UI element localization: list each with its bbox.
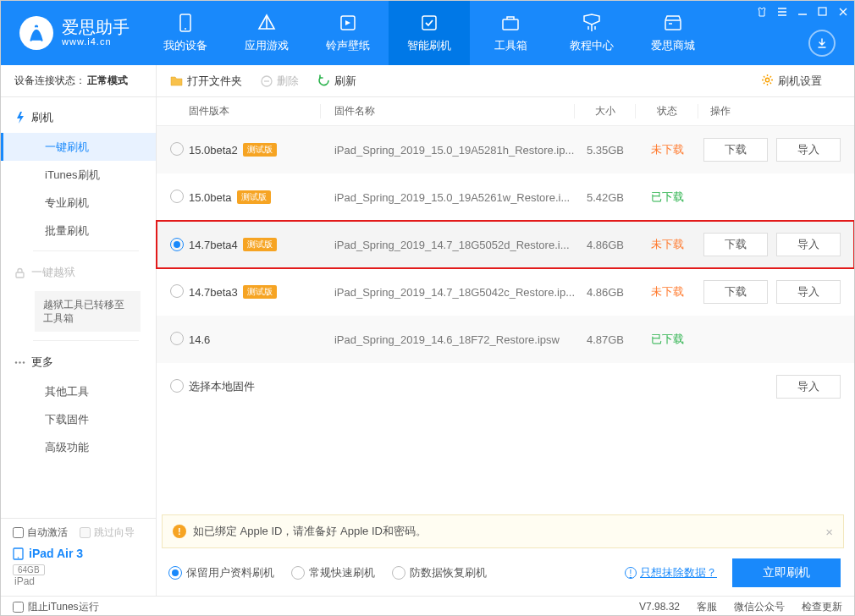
warning-close-icon[interactable]: × [825, 525, 833, 539]
sidebar-cat-more[interactable]: 更多 [1, 347, 156, 377]
footer-support[interactable]: 客服 [697, 600, 717, 614]
device-type: iPad [13, 575, 144, 587]
row-radio[interactable] [170, 332, 184, 345]
flash-mode-option[interactable]: 常规快速刷机 [291, 565, 375, 580]
footer-wechat[interactable]: 微信公众号 [734, 600, 785, 614]
app-version: V7.98.32 [639, 601, 680, 613]
block-itunes-checkbox[interactable]: 阻止iTunes运行 [13, 600, 99, 614]
sidebar-cat-jailbreak: 一键越狱 [1, 257, 156, 288]
nav-icon [663, 13, 683, 33]
flash-mode-option[interactable]: 保留用户资料刷机 [168, 565, 274, 580]
flash-mode-option[interactable]: 防数据恢复刷机 [392, 565, 487, 580]
nav-icon [500, 13, 521, 33]
sidebar-cat-flash[interactable]: 刷机 [1, 102, 156, 133]
auto-activate-checkbox[interactable]: 自动激活 [13, 525, 68, 540]
table-header: 固件版本 固件名称 大小 状态 操作 [157, 97, 854, 126]
sidebar-sub-下载固件[interactable]: 下载固件 [1, 405, 156, 433]
svg-rect-6 [819, 8, 826, 15]
row-filename: iPad_Spring_2019_15.0_19A5261w_Restore.i… [321, 191, 575, 204]
app-header: 爱思助手 www.i4.cn 我的设备应用游戏铃声壁纸智能刷机工具箱教程中心爱思… [1, 1, 854, 65]
more-icon [14, 356, 26, 369]
flash-settings-button[interactable]: 刷机设置 [761, 74, 822, 89]
svg-rect-7 [16, 272, 24, 278]
toolbar: 打开文件夹 删除 刷新 刷机设置 [157, 65, 854, 97]
row-import-button[interactable]: 导入 [776, 138, 841, 162]
refresh-button[interactable]: 刷新 [317, 74, 356, 89]
sidebar-sub-iTunes刷机[interactable]: iTunes刷机 [1, 161, 156, 189]
nav-item-3[interactable]: 智能刷机 [389, 1, 470, 65]
shirt-icon[interactable] [755, 5, 768, 18]
info-icon: ! [625, 567, 637, 579]
erase-data-link[interactable]: ! 只想抹除数据？ [625, 565, 717, 580]
row-radio[interactable] [170, 238, 184, 251]
firmware-table: 15.0beta2测试版iPad_Spring_2019_15.0_19A528… [157, 126, 854, 363]
nav-icon [582, 13, 602, 33]
row-radio[interactable] [170, 284, 184, 298]
row-radio[interactable] [170, 190, 184, 203]
row-filename: iPad_Spring_2019_14.6_18F72_Restore.ipsw [321, 333, 575, 346]
tablet-icon [13, 547, 24, 560]
col-size: 大小 [575, 104, 636, 118]
minimize-icon[interactable] [796, 5, 808, 18]
download-indicator-icon[interactable] [808, 30, 836, 57]
content-area: 打开文件夹 删除 刷新 刷机设置 固件版本 固件名称 大小 状态 操作 [157, 65, 854, 596]
row-filename: iPad_Spring_2019_14.7_18G5042c_Restore.i… [321, 286, 575, 299]
firmware-row[interactable]: 14.6iPad_Spring_2019_14.6_18F72_Restore.… [157, 316, 854, 363]
mode-radio[interactable] [392, 566, 405, 580]
connection-label: 设备连接状态： [14, 74, 86, 88]
nav-item-0[interactable]: 我的设备 [145, 1, 226, 65]
mode-radio[interactable] [291, 566, 305, 580]
close-icon[interactable] [836, 5, 849, 18]
folder-icon [170, 75, 183, 86]
row-import-button[interactable]: 导入 [776, 280, 841, 304]
nav-icon [419, 13, 439, 33]
nav-item-5[interactable]: 教程中心 [551, 1, 632, 65]
flash-now-button[interactable]: 立即刷机 [732, 558, 841, 587]
sidebar-sub-一键刷机[interactable]: 一键刷机 [1, 133, 156, 161]
row-import-button[interactable]: 导入 [776, 233, 841, 256]
nav-item-1[interactable]: 应用游戏 [226, 1, 307, 65]
row-download-button[interactable]: 下载 [703, 233, 768, 256]
row-download-button[interactable]: 下载 [703, 138, 768, 162]
nav-icon [256, 13, 277, 33]
brand-name: 爱思助手 [62, 19, 130, 36]
sidebar-sub-其他工具[interactable]: 其他工具 [1, 377, 156, 405]
menu-icon[interactable] [775, 5, 788, 18]
firmware-row[interactable]: 15.0beta2测试版iPad_Spring_2019_15.0_19A528… [157, 126, 854, 173]
row-status: 已下载 [636, 332, 698, 347]
brand-site: www.i4.cn [62, 36, 130, 47]
col-status: 状态 [636, 104, 698, 118]
nav-item-4[interactable]: 工具箱 [470, 1, 551, 65]
row-size: 4.87GB [575, 333, 636, 346]
row-version: 15.0beta [189, 191, 232, 204]
svg-rect-4 [503, 19, 518, 30]
firmware-row[interactable]: 14.7beta4测试版iPad_Spring_2019_14.7_18G505… [157, 221, 854, 268]
sidebar-sub-高级功能[interactable]: 高级功能 [1, 433, 156, 461]
lock-icon [14, 267, 26, 279]
maximize-icon[interactable] [816, 5, 829, 18]
connection-mode: 正常模式 [87, 74, 128, 88]
device-name[interactable]: iPad Air 3 [13, 547, 144, 560]
sidebar-sub-批量刷机[interactable]: 批量刷机 [1, 217, 156, 245]
local-radio[interactable] [170, 379, 184, 393]
open-folder-button[interactable]: 打开文件夹 [170, 74, 242, 89]
row-status: 未下载 [636, 284, 698, 300]
nav-item-6[interactable]: 爱思商城 [632, 1, 714, 65]
sidebar-device-panel: 自动激活 跳过向导 iPad Air 3 64GB iPad [1, 518, 156, 596]
firmware-row[interactable]: 14.7beta3测试版iPad_Spring_2019_14.7_18G504… [157, 268, 854, 316]
mode-radio[interactable] [168, 566, 182, 580]
app-logo-icon [19, 16, 53, 50]
firmware-row[interactable]: 15.0beta测试版iPad_Spring_2019_15.0_19A5261… [157, 173, 854, 221]
sidebar-sub-专业刷机[interactable]: 专业刷机 [1, 189, 156, 217]
row-download-button[interactable]: 下载 [703, 280, 768, 304]
skip-guide-checkbox[interactable]: 跳过向导 [80, 525, 135, 540]
row-radio[interactable] [170, 142, 184, 156]
local-import-button[interactable]: 导入 [776, 375, 841, 399]
row-version: 14.6 [189, 333, 210, 346]
footer-check-update[interactable]: 检查更新 [802, 600, 842, 614]
local-firmware-label: 选择本地固件 [189, 379, 255, 394]
nav-item-2[interactable]: 铃声壁纸 [307, 1, 389, 65]
jailbreak-moved-box[interactable]: 越狱工具已转移至工具箱 [35, 291, 141, 332]
delete-button[interactable]: 删除 [261, 74, 299, 89]
svg-point-9 [19, 361, 20, 363]
